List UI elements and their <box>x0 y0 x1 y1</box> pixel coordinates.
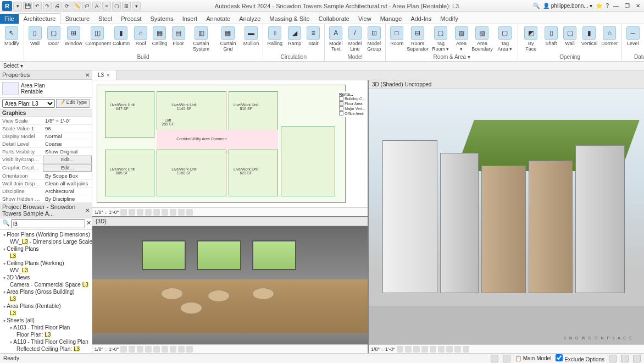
tree-node[interactable]: Floor Plan: L3 <box>1 331 91 338</box>
vc-icon[interactable] <box>153 209 160 216</box>
tool-dormer[interactable]: ⌂Dormer <box>600 25 619 53</box>
tab-precast[interactable]: Precast <box>116 14 146 24</box>
qat-save-icon[interactable]: 💾 <box>23 2 32 10</box>
property-row[interactable]: Show Hidden LinesBy Discipline <box>0 195 92 202</box>
tool-floor[interactable]: ▤Floor <box>170 25 187 53</box>
tree-node[interactable]: L3 <box>1 295 91 302</box>
tab-view[interactable]: View <box>354 14 376 24</box>
tool-mullion[interactable]: ▬Mullion <box>242 25 260 53</box>
tree-node[interactable]: Reflected Ceiling Plan: L3 <box>1 345 91 353</box>
property-row[interactable]: DisciplineArchitectural <box>0 188 92 195</box>
view-3d-exterior[interactable]: 3D (Shaded) Uncropped S N O W D O N P L … <box>369 80 644 353</box>
tool-roof[interactable]: ⌂Roof <box>132 25 149 53</box>
property-value[interactable]: By Discipline <box>43 195 92 202</box>
qat-tag-icon[interactable]: 🏷 <box>82 2 91 10</box>
vc-icon[interactable] <box>421 346 428 353</box>
tree-node[interactable]: A103 - Third Floor Plan <box>1 324 91 331</box>
vc-icon[interactable] <box>405 346 412 353</box>
tab-manage[interactable]: Manage <box>376 14 407 24</box>
vc-icon[interactable] <box>446 346 453 353</box>
tree-node[interactable]: WV_L3 - Dimensions Large Scale <box>1 238 91 245</box>
tool-wall[interactable]: ▢Wall <box>561 25 579 53</box>
view-scale[interactable]: 1/8" = 1'-0" <box>371 346 395 352</box>
tool-ramp[interactable]: ◢Ramp <box>286 25 303 53</box>
property-row[interactable]: Parts VisibilityShow Original <box>0 148 92 156</box>
vc-icon[interactable] <box>170 346 176 353</box>
property-row[interactable]: Scale Value 1:96 <box>0 125 92 133</box>
tool-tag-area-[interactable]: ▢Tag Area ▾ <box>494 25 515 53</box>
tool-model-group[interactable]: ⊡Model Group <box>365 25 383 53</box>
vc-icon[interactable] <box>438 346 445 353</box>
search-icon[interactable]: 🔍 <box>533 3 540 9</box>
qat-section-icon[interactable]: A <box>92 2 101 10</box>
vc-icon[interactable] <box>153 346 160 353</box>
tool-room-separator[interactable]: ⊟Room Separator <box>407 25 429 53</box>
tree-node[interactable]: L3 <box>1 252 91 260</box>
minimize-button[interactable]: — <box>612 2 620 10</box>
vc-icon[interactable] <box>170 209 176 216</box>
interior-canvas[interactable] <box>92 226 368 344</box>
vc-icon[interactable] <box>454 346 461 353</box>
qat-sync-icon[interactable]: ⟳ <box>63 2 71 10</box>
property-row[interactable]: Wall Join DisplayClean all wall joins <box>0 180 92 188</box>
tool-level[interactable]: ─Level <box>624 25 642 53</box>
tab-massing-site[interactable]: Massing & Site <box>265 14 314 24</box>
qat-measure-icon[interactable]: 📏 <box>73 2 81 10</box>
property-row[interactable]: Display ModelNormal <box>0 133 92 140</box>
tab-steel[interactable]: Steel <box>94 14 116 24</box>
tool-curtain-grid[interactable]: ▦Curtain Grid <box>215 25 241 53</box>
vc-icon[interactable] <box>129 209 135 216</box>
tool-wall[interactable]: ▯Wall <box>26 25 44 53</box>
tool-room[interactable]: □Room <box>388 25 406 53</box>
tool-railing[interactable]: ⫴Railing <box>265 25 285 53</box>
tree-node[interactable]: WV_L3 <box>1 267 91 274</box>
type-selector[interactable]: Area Plan Rentable <box>0 80 92 98</box>
property-value[interactable]: 96 <box>43 125 92 132</box>
property-value[interactable]: Edit... <box>43 156 92 163</box>
help-icon[interactable]: ? <box>606 3 609 9</box>
property-row[interactable]: Graphic Display O...Edit... <box>0 164 92 172</box>
tool-model-line[interactable]: /Model Line <box>346 25 364 53</box>
property-row[interactable]: Detail LevelCoarse <box>0 140 92 148</box>
tab-annotate[interactable]: Annotate <box>202 14 235 24</box>
tool-window[interactable]: ⊞Window <box>64 25 84 53</box>
qat-open-icon[interactable]: ▾ <box>13 2 22 10</box>
user-menu[interactable]: 👤 philippe.bonn... ▾ <box>543 3 592 9</box>
vc-icon[interactable] <box>186 346 193 353</box>
property-row[interactable]: OrientationBy Scope Box <box>0 172 92 180</box>
view-scale[interactable]: 1/8" = 1'-0" <box>95 346 119 352</box>
tool-by-face[interactable]: ◩By Face <box>520 25 541 53</box>
properties-close-icon[interactable]: ✕ <box>85 72 90 78</box>
tree-node[interactable]: 3D Views <box>1 274 91 281</box>
tab-modify[interactable]: Modify <box>436 14 462 24</box>
sb-icon[interactable] <box>633 355 641 362</box>
select-dropdown[interactable]: Select ▾ <box>3 63 23 69</box>
vc-icon[interactable] <box>129 346 135 353</box>
sb-icon[interactable] <box>609 355 617 362</box>
vc-icon[interactable] <box>162 209 168 216</box>
tree-node[interactable]: Sheets (all) <box>1 317 91 324</box>
tool-stair[interactable]: ≡Stair <box>304 25 322 53</box>
tool-shaft[interactable]: ▯Shaft <box>542 25 560 53</box>
qat-undo-icon[interactable]: ↶ <box>33 2 42 10</box>
tree-node[interactable]: Ceiling Plans (Working) <box>1 260 91 267</box>
tool-area-[interactable]: ▨Area ▾ <box>453 25 470 53</box>
sb-icon[interactable] <box>491 355 498 362</box>
vc-icon[interactable] <box>145 209 152 216</box>
tool-ceiling[interactable]: ▦Ceiling <box>151 25 168 53</box>
tab-file[interactable]: File <box>0 14 19 24</box>
sb-icon[interactable] <box>503 355 510 362</box>
view-tab-l3[interactable]: L3✕ <box>92 70 116 80</box>
view-floorplan[interactable]: Live/Work Unit647 SF Live/Work Unit1145 … <box>92 80 368 216</box>
main-model-dropdown[interactable]: 📋 Main Model <box>515 355 551 361</box>
vc-icon[interactable] <box>137 209 143 216</box>
tree-node[interactable]: Camera - Commercial Space L3 <box>1 281 91 288</box>
property-value[interactable]: Normal <box>43 133 92 140</box>
property-value[interactable]: By Scope Box <box>43 172 92 179</box>
tab-systems[interactable]: Systems <box>146 14 177 24</box>
vc-icon[interactable] <box>120 209 127 216</box>
qat-switch-windows-icon[interactable]: ⊞ <box>122 2 131 10</box>
vc-icon[interactable] <box>430 346 436 353</box>
search-clear-icon[interactable]: ✕ <box>86 219 91 228</box>
tree-node[interactable]: Floor Plans (Working Dimensions) <box>1 231 91 238</box>
